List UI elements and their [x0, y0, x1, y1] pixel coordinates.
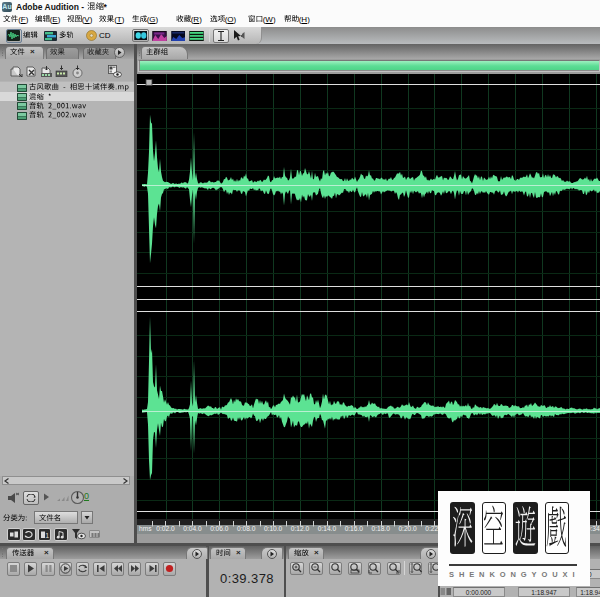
svg-text:1: 1 [45, 532, 49, 539]
